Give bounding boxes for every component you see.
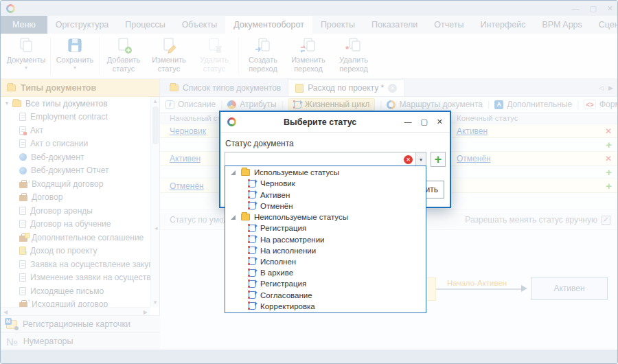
status-item[interactable]: Активен [225,189,426,200]
folder-icon [241,169,250,176]
tab-indicators[interactable]: Показатели [363,16,426,34]
document-icon [19,113,26,121]
subtab-lifecycle[interactable]: Жизненный цикл [288,98,375,111]
tab-nav-left-icon[interactable]: ◁ [599,84,604,91]
status-item[interactable]: Регистрация [225,223,426,234]
status-item[interactable]: Отменён [225,201,426,212]
status-item[interactable]: На исполнении [225,245,426,256]
scroll-up-icon[interactable]: ▲ [152,98,158,104]
tab-interface[interactable]: Интерфейс [472,16,534,34]
expand-icon[interactable]: ▾ [5,100,8,106]
add-transition-icon[interactable]: + [606,167,612,177]
sidebar-collapse-icon[interactable]: ◂ [154,225,158,231]
sidebar-item-numerators[interactable]: № Нумераторы [1,332,160,350]
dialog-maximize-icon[interactable]: ▢ [420,117,427,126]
end-status-link[interactable]: Отменён [457,154,491,163]
dialog-titlebar[interactable]: Выберите статус — ▢ ✕ [220,112,450,133]
start-status-link[interactable]: Активен [170,154,201,163]
tab-nav-right-icon[interactable]: ▶ [608,84,613,91]
create-transition-icon [253,37,273,55]
tab-bpm-apps[interactable]: BPM Apps [534,16,590,34]
tree-item[interactable]: Веб-документ [1,150,150,164]
add-status-plus-button[interactable]: + [431,152,446,167]
tab-orgstructure[interactable]: Оргструктура [47,16,117,34]
project-expense-icon [295,84,304,93]
remove-transition-icon[interactable]: ✕ [605,127,612,135]
tree-root[interactable]: ▾ Все типы документов [1,97,150,111]
remove-transition-icon[interactable]: ✕ [605,155,612,163]
scroll-right-icon[interactable]: ▶ [144,309,148,315]
flow-status-node[interactable]: Активен [531,277,608,300]
combobox-dropdown-icon[interactable]: ▼ [415,152,426,166]
tree-item[interactable]: Изменение заявки на осуществл [1,271,150,285]
tab-objects[interactable]: Объекты [174,16,226,34]
status-item[interactable]: Регистрация [225,278,426,289]
scroll-down-icon[interactable]: ▼ [152,299,158,306]
subtab-additional[interactable]: AДополнительные [494,100,572,109]
tree-item[interactable]: Договор [1,191,150,205]
subtab-attributes[interactable]: Атрибуты [227,100,276,109]
document-icon [19,139,26,148]
clear-icon[interactable]: ✕ [404,155,413,164]
tree-item[interactable]: Договор на обучение [1,218,150,231]
tree-item[interactable]: Доход по проекту [1,244,150,258]
scroll-left-icon[interactable]: ◀ [3,309,8,315]
add-transition-icon[interactable]: + [606,139,612,150]
status-item[interactable]: Черновик [225,178,426,189]
status-item[interactable]: Корректировка [225,301,426,312]
tab-processes[interactable]: Процессы [117,16,173,34]
tree-item[interactable]: Веб-документ Отчет [1,164,150,178]
dialog-minimize-icon[interactable]: — [404,117,411,126]
tab-document-type-list[interactable]: Список типов документов [163,79,288,96]
subtab-description[interactable]: iОписание [165,100,216,109]
collapse-triangle-icon[interactable] [231,170,236,175]
status-item[interactable]: На рассмотрении [225,234,426,244]
status-group[interactable]: Используемые статусы [225,167,426,178]
flow-edge-label[interactable]: Начало-Активен [447,279,507,287]
maximize-icon[interactable]: ▢ [589,5,596,12]
tree-vertical-scrollbar[interactable]: ▲ ▼ [150,97,159,307]
collapse-triangle-icon[interactable] [231,215,236,220]
delete-transition-button[interactable]: * Удалить переход [331,34,376,78]
start-status-link[interactable]: Отменён [170,181,204,191]
tree-item[interactable]: Заявка на осуществление закупк [1,258,150,271]
tab-document-flow[interactable]: Документооборот [225,16,312,34]
tab-reports[interactable]: Отчеты [426,16,472,34]
tree-item[interactable]: Акт о списании [1,137,150,151]
tree-item[interactable]: Входящий договор [1,177,150,191]
edit-transition-button[interactable]: Изменить переход [286,34,331,78]
tab-scenarios[interactable]: Сценарии [591,16,618,34]
status-item[interactable]: Исполнен [225,256,426,267]
tree-item[interactable]: Исходящее письмо [1,284,150,298]
documents-button[interactable]: Документы ▾ [3,34,49,78]
tree-item[interactable]: Договор аренды [1,204,150,218]
tab-project-expense[interactable]: Расход по проекту * ✕ [288,79,404,96]
tree-item[interactable]: Акт [1,124,150,137]
save-button[interactable]: Сохранить ▾ [52,34,98,78]
scrollbar-thumb[interactable] [152,106,159,144]
tab-close-icon[interactable]: ✕ [388,84,397,93]
tree-item[interactable]: Дополнительное соглашение [1,231,150,244]
status-item[interactable]: Согласование [225,290,426,301]
start-status-link[interactable]: Черновик [170,126,206,136]
close-icon[interactable]: ✕ [607,5,613,12]
edit-status-button[interactable]: Изменить статус [146,34,192,78]
status-group[interactable]: Неиспользуемые статусы [225,212,426,223]
create-transition-button[interactable]: Создать переход [240,34,286,78]
add-status-button[interactable]: Добавить статус [101,34,146,78]
subtab-forms[interactable]: <>Формы (представле [584,100,618,109]
end-status-link[interactable]: Активен [457,126,488,136]
tab-projects[interactable]: Проекты [312,16,363,34]
status-item[interactable]: В архиве [225,267,426,278]
add-transition-icon[interactable]: + [606,181,612,191]
subtab-document-routes[interactable]: Маршруты документа [387,100,483,109]
info-icon: i [165,100,174,109]
manual-status-checkbox[interactable]: ✓ [602,216,610,225]
minimize-icon[interactable]: — [571,5,579,12]
tree-item[interactable]: Исходящий договор [1,298,150,308]
dialog-close-icon[interactable]: ✕ [437,117,443,126]
status-combobox[interactable]: ✕ ▼ [225,152,426,167]
sidebar-item-registration-cards[interactable]: Регистрационные карточки [1,315,160,332]
tree-item[interactable]: Employment contract [1,111,150,124]
tab-menu[interactable]: Меню [1,16,47,34]
